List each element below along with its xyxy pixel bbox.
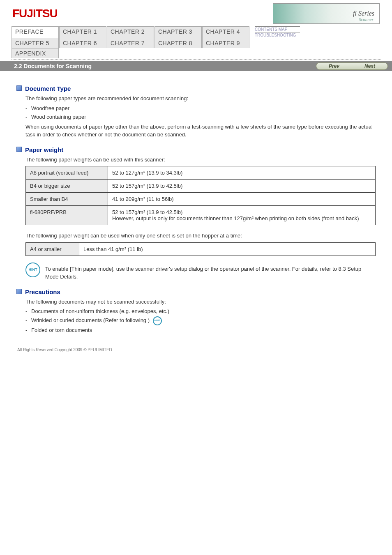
section-paper-weight: Paper weight <box>16 146 376 153</box>
weight-table: A8 portrait (vertical feed) 52 to 127g/m… <box>25 166 376 225</box>
section-precautions: Precautions <box>16 288 376 295</box>
table-row: fi-680PRF/PRB 52 to 157g/m² (13.9 to 42.… <box>26 206 376 225</box>
cell: A4 or smaller <box>26 242 79 256</box>
prev-button[interactable]: Prev <box>316 62 352 70</box>
hint-icon: HINT <box>153 316 162 325</box>
cell: Smaller than B4 <box>26 193 108 206</box>
nav-chapter6[interactable]: CHAPTER 6 <box>59 38 106 48</box>
copyright: All Rights Reserved Copyright 2009 © PFU… <box>17 348 376 352</box>
nav-preface[interactable]: PREFACE <box>12 26 59 38</box>
nav-chapter7[interactable]: CHAPTER 7 <box>107 38 154 48</box>
series-banner: fi Series Scanner <box>273 3 380 24</box>
paragraph: The following paper weights can be used … <box>25 156 376 164</box>
nav-chapter3[interactable]: CHAPTER 3 <box>154 26 202 38</box>
square-bullet-icon <box>16 147 22 152</box>
cell: fi-680PRF/PRB <box>26 206 108 225</box>
single-weight-table: A4 or smaller Less than 41 g/m² (11 lb) <box>25 242 376 256</box>
nav-chapter5[interactable]: CHAPTER 5 <box>12 38 59 48</box>
nav-chapter9[interactable]: CHAPTER 9 <box>202 38 249 48</box>
nav-appendix[interactable]: APPENDIX <box>12 48 59 58</box>
nav-chapter1[interactable]: CHAPTER 1 <box>59 26 106 38</box>
bullet-list: Documents of non-uniform thickness (e.g.… <box>25 307 376 334</box>
divider <box>16 344 376 344</box>
series-label: fi Series <box>353 10 374 17</box>
main-content: Document Type The following paper types … <box>0 71 392 364</box>
table-row: B4 or bigger size 52 to 157g/m² (13.9 to… <box>26 180 376 193</box>
cell: 41 to 209g/m² (11 to 56lb) <box>108 193 376 206</box>
section-heading: Precautions <box>25 288 60 295</box>
square-bullet-icon <box>16 85 22 91</box>
paragraph: The following paper weight can be used w… <box>25 232 376 240</box>
paragraph: The following paper types are recommende… <box>25 94 376 103</box>
hint-block: HINT To enable [Thin paper mode], use th… <box>25 263 376 281</box>
nav-chapter2[interactable]: CHAPTER 2 <box>107 26 154 38</box>
list-item: Woodfree paper <box>25 104 376 113</box>
section-document-type: Document Type <box>16 85 376 92</box>
page-title: 2.2 Documents for Scanning <box>14 63 92 69</box>
divider <box>12 59 380 60</box>
cell: 52 to 157g/m² (13.9 to 42.5lb) <box>108 180 376 193</box>
cell: Less than 41 g/m² (11 lb) <box>79 242 376 256</box>
list-item: Wrinkled or curled documents (Refer to f… <box>25 316 376 325</box>
hint-text: To enable [Thin paper mode], use the sca… <box>45 263 376 281</box>
table-wrapper: A4 or smaller Less than 41 g/m² (11 lb) <box>25 242 376 256</box>
list-item: Folded or torn documents <box>25 326 376 334</box>
list-item: Documents of non-uniform thickness (e.g.… <box>25 307 376 315</box>
table-row: Smaller than B4 41 to 209g/m² (11 to 56l… <box>26 193 376 206</box>
nav-chapter8[interactable]: CHAPTER 8 <box>154 38 202 48</box>
fujitsu-logo: FUJITSU <box>12 7 58 20</box>
nav-troubleshooting[interactable]: TROUBLESHOOTING <box>255 32 300 38</box>
pager: Prev Next <box>316 62 388 70</box>
paragraph: When using documents of paper type other… <box>25 123 376 139</box>
logo-text: FUJITSU <box>12 7 58 20</box>
nav-side-links: CONTENTS MAP TROUBLESHOOTING <box>250 26 300 38</box>
cell: A8 portrait (vertical feed) <box>26 166 108 180</box>
table-wrapper: A8 portrait (vertical feed) 52 to 127g/m… <box>25 166 376 225</box>
cell: 52 to 127g/m² (13.9 to 34.3lb) <box>108 166 376 180</box>
cell: 52 to 157g/m² (13.9 to 42.5lb) However, … <box>108 206 376 225</box>
page-title-bar: 2.2 Documents for Scanning Prev Next <box>0 61 392 71</box>
series-sublabel: Scanner <box>359 17 374 22</box>
nav-contents-map[interactable]: CONTENTS MAP <box>255 26 300 32</box>
list-item: Wood containing paper <box>25 113 376 121</box>
chapter-nav: PREFACE CHAPTER 1 CHAPTER 2 CHAPTER 3 CH… <box>12 26 380 58</box>
hint-icon: HINT <box>25 263 40 277</box>
table-row: A8 portrait (vertical feed) 52 to 127g/m… <box>26 166 376 180</box>
nav-chapter4[interactable]: CHAPTER 4 <box>202 26 249 38</box>
paragraph: The following documents may not be scann… <box>25 298 376 306</box>
square-bullet-icon <box>16 289 22 294</box>
table-row: A4 or smaller Less than 41 g/m² (11 lb) <box>26 242 376 256</box>
cell: B4 or bigger size <box>26 180 108 193</box>
header: FUJITSU fi Series Scanner <box>0 0 392 24</box>
bullet-list: Woodfree paper Wood containing paper <box>25 104 376 121</box>
next-button[interactable]: Next <box>352 62 388 70</box>
section-heading: Document Type <box>25 85 71 92</box>
section-heading: Paper weight <box>25 146 63 153</box>
